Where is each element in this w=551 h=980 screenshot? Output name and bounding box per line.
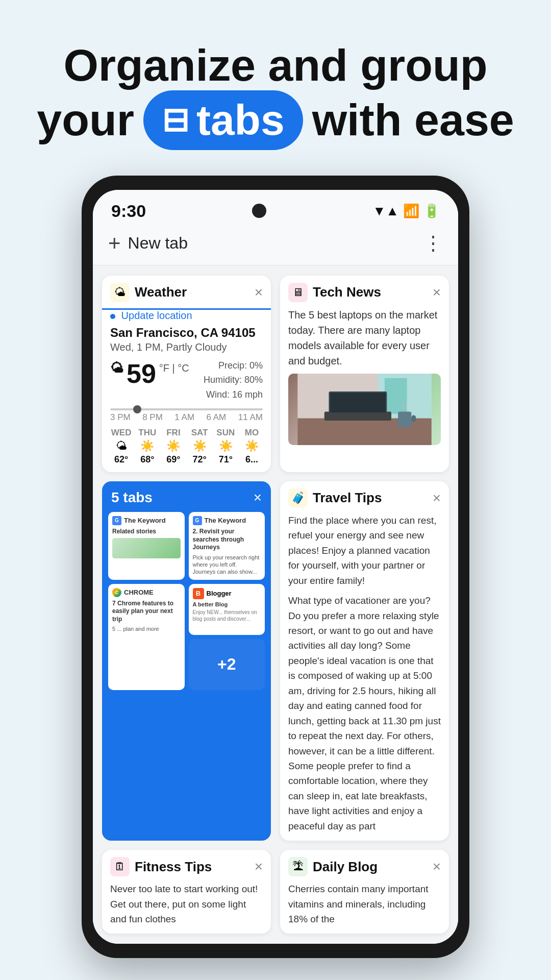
plus-count-badge[interactable]: +2: [189, 639, 265, 690]
mini-tabs-grid: G The Keyword Related stories G: [102, 512, 271, 696]
fitness-tips-header: 🗓 Fitness Tips ×: [102, 850, 271, 881]
tech-news-content: The 5 best laptops on the market today. …: [280, 307, 449, 452]
five-tabs-header: 5 tabs ×: [102, 481, 271, 512]
weather-close-button[interactable]: ×: [255, 285, 263, 300]
daily-blog-card[interactable]: 🏝 Daily Blog × Cherries contain many imp…: [280, 850, 449, 934]
travel-tips-icon: 🧳: [288, 488, 308, 508]
weather-city: San Francisco, CA 94105: [110, 326, 263, 340]
forecast-fri: FRI ☀️ 69°: [162, 428, 184, 465]
blogger-name: Blogger: [207, 590, 232, 597]
travel-tips-title-row: 🧳 Travel Tips: [288, 488, 382, 508]
front-camera: [252, 204, 266, 218]
weather-icon: 🌤: [110, 283, 130, 302]
fitness-tips-title-row: 🗓 Fitness Tips: [110, 857, 212, 876]
fitness-tips-close-button[interactable]: ×: [255, 860, 263, 874]
tl-8pm: 8 PM: [142, 412, 163, 423]
temp-unit: °F | °C: [159, 362, 189, 374]
phone-mockup-wrapper: 9:30 ▼▲ 📶 🔋 + New tab ⋮: [0, 176, 551, 980]
signal-icon: 📶: [403, 203, 419, 219]
svg-rect-8: [411, 415, 416, 422]
timeline-marker: [133, 405, 141, 413]
chrome-tab-bar[interactable]: + New tab ⋮: [93, 226, 458, 265]
fitness-tips-icon: 🗓: [110, 857, 130, 876]
mini-tab-2[interactable]: G The Keyword 2. Revisit your searches t…: [189, 512, 265, 580]
weather-content: Update location San Francisco, CA 94105 …: [102, 310, 271, 472]
daily-blog-header: 🏝 Daily Blog ×: [280, 850, 449, 881]
tech-news-title-row: 🖥 Tech News: [288, 283, 381, 302]
chrome-logo: C: [112, 588, 121, 597]
five-tabs-title: 5 tabs: [111, 489, 153, 506]
google-logo-2: G: [193, 516, 202, 525]
fitness-tips-title: Fitness Tips: [135, 859, 212, 875]
blogger-icon: B: [193, 588, 204, 599]
tab-grid: 🌤 Weather × Update location San Francisc…: [93, 265, 458, 944]
tl-3pm: 3 PM: [110, 412, 131, 423]
tl-6am: 6 AM: [207, 412, 227, 423]
weather-card-header: 🌤 Weather ×: [102, 276, 271, 310]
new-tab-label: New tab: [128, 234, 188, 253]
overflow-menu-button[interactable]: ⋮: [423, 232, 443, 255]
weather-timeline-bar: [110, 408, 263, 410]
daily-blog-text: Cherries contain many important vitamins…: [280, 881, 449, 934]
daily-blog-title-row: 🏝 Daily Blog: [288, 857, 378, 876]
svg-rect-7: [398, 411, 411, 427]
tech-news-text: The 5 best laptops on the market today. …: [288, 307, 441, 369]
five-tabs-card[interactable]: 5 tabs × G The Keyword Relat: [102, 481, 271, 841]
weekly-forecast: WED 🌤 62° THU ☀️ 68° FRI ☀️: [110, 428, 263, 465]
blogger-header: B Blogger: [193, 588, 261, 599]
daily-blog-icon: 🏝: [288, 857, 308, 876]
status-time: 9:30: [111, 201, 146, 221]
update-location-link[interactable]: Update location: [110, 310, 263, 322]
wifi-icon: ▼▲: [373, 203, 399, 219]
travel-tips-close-button[interactable]: ×: [433, 491, 441, 505]
weather-temperature: 🌤 59 °F | °C: [110, 358, 189, 389]
tech-news-close-button[interactable]: ×: [433, 285, 441, 300]
status-bar: 9:30 ▼▲ 📶 🔋: [93, 190, 458, 226]
tabs-icon: ⊟: [162, 101, 189, 140]
tech-news-tab-card[interactable]: 🖥 Tech News × The 5 best laptops on the …: [280, 276, 449, 472]
hero-section: Organize and group your ⊟ tabs with ease: [0, 0, 551, 176]
tabs-pill: ⊟ tabs: [143, 90, 303, 150]
new-tab-plus-icon: +: [108, 231, 121, 256]
mini-tab-1-header: G The Keyword: [112, 516, 181, 525]
forecast-mon: MO ☀️ 6...: [241, 428, 263, 465]
tl-1am: 1 AM: [174, 412, 194, 423]
travel-tips-header: 🧳 Travel Tips ×: [280, 481, 449, 513]
travel-tips-content: Find the place where you can rest, refue…: [280, 513, 449, 841]
hero-line2: your ⊟ tabs with ease: [31, 90, 520, 150]
phone-screen: 9:30 ▼▲ 📶 🔋 + New tab ⋮: [93, 190, 458, 944]
forecast-sat: SAT ☀️ 72°: [189, 428, 211, 465]
hero-your: your: [37, 93, 134, 147]
weather-title: Weather: [135, 284, 187, 300]
blogger-body: Enjoy NEW... themselves on blog posts an…: [193, 609, 261, 622]
tech-news-icon: 🖥: [288, 283, 308, 302]
travel-tips-title: Travel Tips: [313, 490, 382, 506]
forecast-sun: SUN ☀️ 71°: [215, 428, 237, 465]
google-logo-1: G: [112, 516, 121, 525]
blogger-post: A better Blog: [193, 601, 261, 607]
forecast-wed: WED 🌤 62°: [110, 428, 132, 465]
weather-title-row: 🌤 Weather: [110, 283, 187, 302]
mini-tab-2-header: G The Keyword: [193, 516, 261, 525]
mini-tab-3[interactable]: C CHROME 7 Chrome features to easily pla…: [108, 584, 185, 690]
daily-blog-close-button[interactable]: ×: [433, 860, 441, 874]
travel-tips-card[interactable]: 🧳 Travel Tips × Find the place where you…: [280, 481, 449, 841]
fitness-tips-text: Never too late to start working out! Get…: [102, 881, 271, 934]
five-tabs-close-button[interactable]: ×: [254, 489, 262, 506]
svg-rect-2: [385, 378, 407, 413]
battery-icon: 🔋: [423, 203, 440, 219]
tabs-pill-label: tabs: [196, 94, 285, 146]
status-icons: ▼▲ 📶 🔋: [373, 203, 440, 219]
tech-news-header: 🖥 Tech News ×: [280, 276, 449, 307]
daily-blog-title: Daily Blog: [313, 859, 378, 875]
mini-tab-1[interactable]: G The Keyword Related stories: [108, 512, 185, 580]
fitness-tips-card[interactable]: 🗓 Fitness Tips × Never too late to start…: [102, 850, 271, 934]
mini-tab-4-plus-group: B Blogger A better Blog Enjoy NEW... the…: [189, 584, 265, 690]
tech-news-image: [288, 374, 441, 445]
new-tab-button[interactable]: + New tab: [108, 231, 188, 256]
timeline-labels: 3 PM 8 PM 1 AM 6 AM 11 AM: [110, 412, 263, 423]
weather-tab-card[interactable]: 🌤 Weather × Update location San Francisc…: [102, 276, 271, 472]
mini-tab-blogger[interactable]: B Blogger A better Blog Enjoy NEW... the…: [189, 584, 265, 635]
hero-with-ease: with ease: [312, 93, 514, 147]
mini-tab-3-header: C CHROME: [112, 588, 181, 597]
